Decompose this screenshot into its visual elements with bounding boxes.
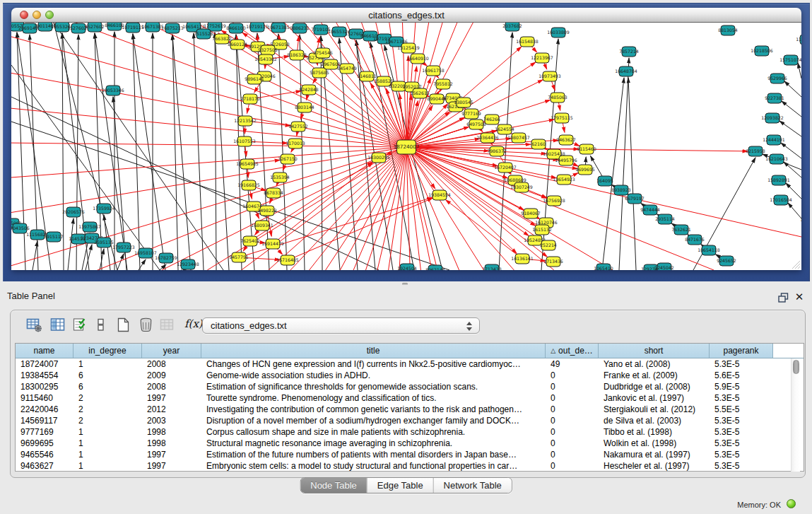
graph-node[interactable]: 7632621	[671, 225, 691, 235]
graph-node[interactable]: 12923448	[177, 259, 199, 269]
graph-node[interactable]: 1713438	[482, 264, 502, 270]
graph-node[interactable]: 9245042	[654, 263, 674, 270]
graph-node[interactable]: 1170013	[286, 139, 305, 148]
table-row[interactable]: 977716911998Corpus callosum shape and si…	[16, 426, 804, 438]
graph-node[interactable]: 164095	[596, 176, 613, 186]
graph-node[interactable]: 10543362	[254, 54, 277, 64]
graph-node[interactable]: 7485063	[548, 93, 567, 103]
graph-node[interactable]: 13654923	[553, 175, 575, 185]
graph-node[interactable]: 2037682	[502, 23, 522, 31]
table-row[interactable]: 1830029562008Estimation of significance …	[16, 381, 804, 392]
graph-node[interactable]: 13975867	[78, 222, 101, 232]
graph-node[interactable]: 2935114	[655, 214, 675, 224]
network-view-window[interactable]: citations_edges.txt 14055714206914061901…	[11, 8, 801, 270]
graph-node[interactable]: 1380545	[454, 98, 473, 107]
graph-node[interactable]: 16033809	[547, 28, 570, 37]
graph-node[interactable]: 7515526	[194, 29, 213, 39]
graph-node[interactable]: 16107553	[233, 136, 256, 146]
graph-node[interactable]: 20206576	[62, 207, 85, 217]
graph-node[interactable]: 10671385	[141, 23, 164, 32]
graph-node[interactable]: 9115460	[577, 144, 596, 154]
graph-node[interactable]: 8471676	[685, 235, 705, 245]
graph-node[interactable]: 7857214	[619, 47, 639, 57]
column-header-short[interactable]: short	[599, 344, 710, 358]
graph-node[interactable]: 16914479	[261, 239, 284, 249]
tab-edge-table[interactable]: Edge Table	[367, 478, 434, 493]
table-row[interactable]: 1456911722003Disruption of a novel membe…	[16, 415, 804, 426]
graph-node[interactable]: 1498222	[257, 206, 277, 216]
graph-node[interactable]: 10654118	[698, 245, 720, 255]
delete-column-button[interactable]	[137, 317, 154, 335]
graph-node[interactable]: 11125417	[796, 35, 801, 45]
graph-node[interactable]: 6679197	[625, 194, 645, 204]
graph-node[interactable]: 8466100	[226, 23, 246, 33]
graph-node[interactable]: 1535394	[270, 173, 290, 182]
table-row[interactable]: 946554611997Estimation of the future num…	[16, 449, 804, 460]
graph-node[interactable]: 2718170	[240, 94, 260, 104]
table-row[interactable]: 946362711997Embryonic stem cells: a mode…	[16, 460, 804, 472]
graph-node[interactable]: 19166825	[237, 180, 260, 190]
graph-node[interactable]: 8660124	[228, 40, 247, 49]
table-scrollbar[interactable]	[791, 358, 800, 472]
table-row[interactable]: 911546021997Tourette syndrome. Phenomeno…	[16, 392, 804, 404]
graph-node[interactable]: 9463627	[556, 135, 576, 145]
graph-node[interactable]: 17975115	[551, 113, 573, 123]
graph-node[interactable]: 9427552	[288, 122, 308, 132]
graph-node[interactable]: 8962144	[425, 265, 445, 270]
table-scrollbar-thumb[interactable]	[793, 360, 799, 374]
table-mode-button[interactable]	[25, 317, 42, 335]
graph-node[interactable]: 8678334	[264, 188, 283, 198]
new-table-button[interactable]	[114, 317, 131, 335]
column-header-in_degree[interactable]: in_degree	[73, 344, 142, 358]
graph-node[interactable]: 9474444	[640, 205, 660, 215]
column-header-title[interactable]: title	[201, 344, 546, 358]
graph-node[interactable]: 7625402	[240, 236, 260, 246]
graph-node[interactable]: 9457791	[229, 252, 249, 262]
graph-node[interactable]: 9699695	[575, 165, 595, 175]
edit-rows-button[interactable]	[71, 317, 88, 335]
close-panel-icon[interactable]: ✕	[794, 291, 805, 303]
graph-node[interactable]: 12213542	[234, 116, 257, 126]
graph-node[interactable]: 8938923	[611, 185, 631, 195]
graph-node[interactable]: 9227381	[765, 93, 784, 103]
graph-node[interactable]: 16958107	[134, 248, 157, 258]
graph-node[interactable]: 3267150	[278, 154, 298, 164]
graph-node[interactable]: 9896141	[245, 74, 264, 84]
resize-grip-icon[interactable]	[792, 260, 801, 269]
graph-node[interactable]: 746266	[483, 115, 500, 124]
graph-node[interactable]: 9327505	[258, 45, 278, 55]
tab-node-table[interactable]: Node Table	[300, 478, 367, 493]
graph-node[interactable]: 1065410	[594, 264, 613, 270]
graph-node[interactable]: 1615132	[532, 225, 552, 235]
graph-node[interactable]: 16648784	[615, 66, 637, 76]
graph-node[interactable]: 9245652	[717, 256, 736, 266]
graph-node[interactable]: 8186328	[287, 50, 307, 60]
column-header-name[interactable]: name	[16, 344, 73, 358]
graph-node[interactable]: 8813054	[718, 25, 738, 35]
graph-node[interactable]: 10218506	[751, 46, 773, 56]
graph-node[interactable]: 10719115	[246, 23, 269, 32]
graph-node[interactable]: 8803144	[295, 103, 314, 112]
graph-node[interactable]: 2754546	[313, 48, 333, 58]
graph-node[interactable]: 8215958	[746, 146, 765, 156]
graph-node[interactable]: 1527602	[85, 23, 105, 32]
graph-node[interactable]: 1624554	[495, 124, 514, 134]
graph-node[interactable]: 9184067	[521, 209, 541, 218]
graph-node[interactable]: 62160	[531, 139, 546, 149]
network-window-titlebar[interactable]: citations_edges.txt	[11, 8, 801, 23]
graph-node[interactable]: 2595135	[94, 238, 114, 247]
graph-node[interactable]: 10719115	[122, 23, 144, 33]
graph-node[interactable]: 1167534	[800, 215, 801, 225]
show-columns-button[interactable]	[49, 317, 66, 335]
row-height-button[interactable]	[92, 317, 109, 335]
graph-node[interactable]: 3915117	[44, 232, 64, 242]
graph-node[interactable]: 9777169	[461, 109, 481, 119]
table-row[interactable]: 1872400712008Changes of HCN gene express…	[16, 358, 804, 370]
graph-node[interactable]: 1713436	[543, 257, 563, 267]
table-row[interactable]: 2242004622012Investigating the contribut…	[16, 404, 804, 415]
graph-node[interactable]: 17957223	[112, 243, 135, 252]
graph-node[interactable]: 1924504	[397, 264, 417, 270]
graph-node[interactable]: 16961758	[422, 66, 445, 76]
network-canvas[interactable]: 1405571420691406190114061055326715276021…	[11, 23, 801, 270]
graph-node[interactable]: 18724007	[394, 140, 420, 154]
